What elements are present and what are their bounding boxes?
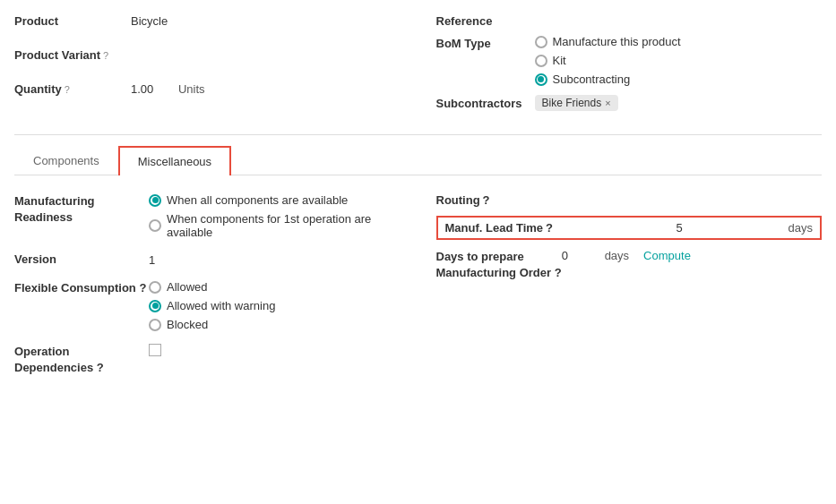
days-prepare-question[interactable]: ?: [555, 266, 562, 279]
radio-first-operation: [149, 219, 161, 232]
manuf-lead-time-row: Manuf. Lead Time ? 5 days: [436, 216, 823, 240]
flexible-question[interactable]: ?: [139, 281, 146, 295]
compute-button[interactable]: Compute: [643, 249, 691, 262]
radio-allowed-warning: [149, 300, 161, 312]
radio-all-components: [149, 194, 161, 207]
tab-bar: Components Miscellaneous: [14, 146, 822, 175]
routing-label: Routing ?: [436, 193, 823, 207]
flexible-options: Allowed Allowed with warning Blocked: [149, 280, 275, 331]
bom-option-kit-label: Kit: [553, 54, 566, 67]
tab-components[interactable]: Components: [14, 146, 118, 175]
days-prepare-value: 0: [562, 249, 598, 262]
product-variant-label: Product Variant ?: [14, 48, 131, 62]
readiness-option-first[interactable]: When components for 1st operation are av…: [149, 212, 401, 239]
operation-dependencies-checkbox[interactable]: [149, 344, 161, 356]
radio-kit: [535, 55, 547, 67]
bom-type-options: Manufacture this product Kit Subcontract…: [535, 35, 681, 86]
flexible-option-warning[interactable]: Allowed with warning: [149, 299, 275, 312]
quantity-label: Quantity ?: [14, 82, 131, 96]
readiness-options: When all components are available When c…: [149, 193, 401, 239]
routing-question[interactable]: ?: [483, 193, 490, 207]
subcontractor-tag: Bike Friends ×: [535, 95, 618, 111]
manuf-lead-time-label: Manuf. Lead Time ?: [445, 221, 571, 235]
tab-miscellaneous[interactable]: Miscellaneous: [118, 146, 231, 175]
version-value: 1: [149, 253, 155, 267]
bom-option-subcontracting[interactable]: Subcontracting: [535, 73, 681, 86]
manufacturing-readiness-label: ManufacturingReadiness: [14, 193, 149, 226]
radio-allowed: [149, 281, 161, 294]
flexible-allowed-label: Allowed: [167, 280, 208, 294]
quantity-question[interactable]: ?: [65, 84, 70, 95]
bom-type-label: BoM Type: [436, 35, 535, 50]
readiness-option-all[interactable]: When all components are available: [149, 193, 401, 207]
flexible-option-blocked[interactable]: Blocked: [149, 318, 275, 331]
flexible-option-allowed[interactable]: Allowed: [149, 280, 275, 294]
product-variant-question[interactable]: ?: [103, 50, 108, 61]
manuf-lead-time-value[interactable]: 5: [571, 221, 789, 235]
subcontractors-label: Subcontractors: [436, 97, 535, 110]
bom-option-manufacture[interactable]: Manufacture this product: [535, 35, 681, 48]
quantity-unit: Units: [178, 82, 205, 96]
quantity-value: 1.00 Units: [131, 82, 205, 96]
radio-blocked: [149, 319, 161, 331]
subcontractor-close-icon[interactable]: ×: [605, 98, 610, 108]
version-label: Version: [14, 252, 149, 268]
days-prepare-label: Days to prepareManufacturing Order ?: [436, 249, 562, 281]
flexible-consumption-label: Flexible Consumption ?: [14, 280, 149, 296]
subcontractor-tag-name: Bike Friends: [542, 97, 602, 109]
radio-subcontracting: [535, 73, 547, 86]
bom-option-kit[interactable]: Kit: [535, 54, 681, 67]
readiness-first-label: When components for 1st operation are av…: [167, 212, 401, 239]
divider-1: [14, 134, 822, 135]
product-label: Product: [14, 14, 131, 28]
flexible-blocked-label: Blocked: [167, 318, 208, 331]
days-prepare-unit: days: [605, 249, 629, 262]
product-value: Bicycle: [131, 14, 168, 28]
readiness-all-label: When all components are available: [167, 193, 348, 207]
operation-question[interactable]: ?: [97, 361, 104, 374]
flexible-warning-label: Allowed with warning: [167, 299, 275, 312]
bom-option-subcontracting-label: Subcontracting: [553, 73, 631, 86]
reference-label: Reference: [436, 14, 823, 28]
bom-option-manufacture-label: Manufacture this product: [553, 35, 681, 48]
manuf-lead-time-question[interactable]: ?: [546, 221, 553, 235]
operation-dependencies-label: OperationDependencies ?: [14, 344, 149, 376]
radio-manufacture: [535, 36, 547, 48]
manuf-lead-time-unit: days: [789, 221, 813, 235]
